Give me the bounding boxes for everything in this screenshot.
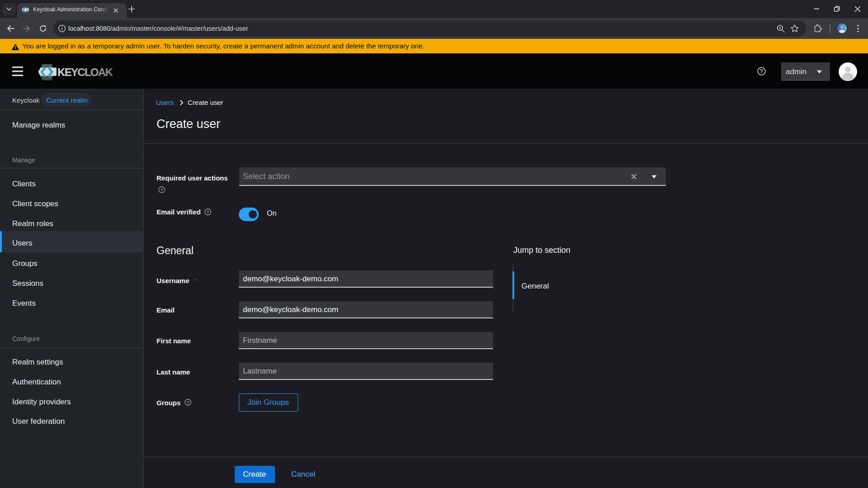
svg-text:?: ?	[187, 400, 190, 405]
svg-text:?: ?	[161, 187, 163, 192]
svg-text:?: ?	[760, 68, 763, 75]
svg-text:KEYCLOAK: KEYCLOAK	[57, 66, 113, 78]
svg-text:?: ?	[207, 209, 209, 214]
